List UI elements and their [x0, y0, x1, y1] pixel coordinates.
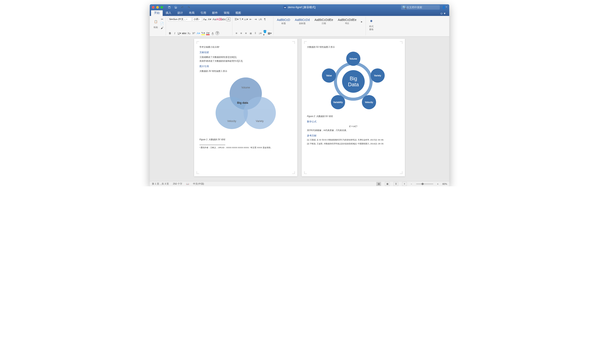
- tab-review[interactable]: 审阅: [221, 10, 232, 16]
- autosave-icon[interactable]: [167, 5, 171, 9]
- shrink-font-icon[interactable]: A▾: [208, 17, 211, 21]
- tab-design[interactable]: 设计: [174, 10, 186, 16]
- document-area[interactable]: 学术文稿最小化示例¹ 文献综述 王国成阐述了大数据的特性变迁过程[1]。 其他学…: [150, 37, 449, 181]
- view-web-layout[interactable]: ▦: [385, 182, 390, 186]
- styles-pane-label: 样式 窗格: [369, 25, 373, 31]
- subscript-icon[interactable]: X₂: [187, 31, 191, 35]
- view-print-layout[interactable]: ▤: [376, 182, 381, 186]
- borders-icon[interactable]: ▦▾: [268, 31, 272, 35]
- venn-variety: Variety: [244, 97, 276, 129]
- multilevel-icon[interactable]: ⚏▾: [244, 17, 248, 21]
- paste-icon[interactable]: 📋: [152, 18, 159, 25]
- tab-mailings[interactable]: 邮件: [209, 10, 221, 16]
- spellcheck-icon[interactable]: 📖: [186, 182, 189, 185]
- sort-icon[interactable]: ↕A: [258, 17, 262, 21]
- cut-icon[interactable]: ✂: [160, 17, 164, 21]
- change-case-icon[interactable]: Aa: [212, 17, 216, 21]
- align-left-icon[interactable]: ≡: [235, 31, 238, 35]
- search-icon: 🔍: [402, 5, 407, 9]
- close-window[interactable]: [152, 6, 154, 9]
- style-subtitle[interactable]: AaBbCcDd副标题: [293, 17, 311, 26]
- view-outline[interactable]: ☰: [394, 182, 398, 186]
- view-draft[interactable]: ≡: [402, 182, 407, 186]
- indent-inc-icon[interactable]: ⇥: [254, 17, 257, 21]
- node-variety: Variety: [370, 69, 385, 83]
- venn-center: Big data: [237, 101, 248, 104]
- copy-icon[interactable]: 📄: [160, 22, 164, 25]
- language-indicator[interactable]: 中文(中国): [193, 182, 204, 185]
- italic-icon[interactable]: I: [173, 31, 177, 35]
- para-5v: 大数据的 5V 特性如图 2 所示: [307, 45, 400, 49]
- redo-icon[interactable]: ↷: [187, 5, 191, 9]
- zoom-in-icon[interactable]: +: [437, 183, 439, 185]
- share-button[interactable]: 👤⁺: [442, 6, 447, 9]
- tab-insert[interactable]: 插入: [163, 10, 174, 16]
- tab-home[interactable]: 开始: [151, 10, 163, 16]
- titlebar: ↶ ↷ W demo-figref [兼容模式] 🔍 👤⁺: [150, 4, 449, 10]
- zoom-out-icon[interactable]: −: [411, 183, 412, 185]
- paste-label: 粘贴: [154, 26, 158, 29]
- page-1[interactable]: 学术文稿最小化示例¹ 文献综述 王国成阐述了大数据的特性变迁过程[1]。 其他学…: [194, 39, 297, 176]
- minimize-window[interactable]: [156, 6, 159, 9]
- font-select[interactable]: SimSun (中文…: [168, 17, 192, 21]
- page-2[interactable]: 大数据的 5V 特性如图 2 所示 Big Data Volume Variet…: [302, 39, 405, 176]
- char-border-icon[interactable]: A: [227, 17, 230, 21]
- heading-formula: 数学公式: [307, 120, 400, 123]
- svg-rect-2: [175, 8, 176, 8]
- bold-icon[interactable]: B: [168, 31, 172, 35]
- bullets-icon[interactable]: ☰▾: [235, 17, 238, 21]
- window-title: W demo-figref [兼容模式]: [284, 5, 316, 9]
- styles-more-icon[interactable]: ▸: [360, 20, 364, 24]
- quick-access-toolbar: ↶ ↷: [167, 5, 191, 9]
- zoom-window[interactable]: [160, 6, 163, 9]
- align-right-icon[interactable]: ≡: [244, 31, 248, 35]
- search-input[interactable]: [407, 6, 439, 9]
- feedback-button[interactable]: ☺ ▾: [438, 11, 447, 16]
- size-select[interactable]: 小四: [193, 17, 202, 21]
- styles-pane-icon[interactable]: ◉: [368, 17, 375, 24]
- numbering-icon[interactable]: ⒈▾: [239, 17, 243, 21]
- formula-desc: 其中E代表能量，m代表质量，C代表光速。: [307, 129, 400, 132]
- save-icon[interactable]: [174, 5, 178, 9]
- text-effects-icon[interactable]: A▾: [196, 31, 200, 35]
- tab-view[interactable]: 视图: [232, 10, 244, 16]
- show-marks-icon[interactable]: ¶: [263, 17, 267, 21]
- font-color-icon[interactable]: A▾: [206, 31, 210, 35]
- align-center-icon[interactable]: ≡: [239, 31, 243, 35]
- style-heading[interactable]: AaBbCcD标题: [276, 17, 291, 26]
- strike-icon[interactable]: abc: [182, 31, 186, 35]
- superscript-icon[interactable]: X²: [192, 31, 196, 35]
- references: [1] 王国成. 从 3V 到 5V:大数据助推经济行为的深化研究[J]. 天津…: [307, 139, 400, 145]
- style-bib[interactable]: AaBbCcDdEe书目: [336, 17, 358, 26]
- highlight-icon[interactable]: ✎▾: [201, 31, 205, 35]
- justify-icon[interactable]: ≣: [249, 31, 253, 35]
- heading-figref: 图片引用: [199, 65, 292, 68]
- underline-icon[interactable]: U▾: [177, 31, 181, 35]
- char-shade-icon[interactable]: A̲: [211, 31, 214, 35]
- grow-font-icon[interactable]: A▴: [203, 17, 207, 21]
- format-painter-icon[interactable]: 🖌: [160, 26, 164, 30]
- indent-dec-icon[interactable]: ⇤: [249, 17, 253, 21]
- paragraph-group: ☰▾ ⒈▾ ⚏▾ ⇤ ⇥ ↕A ¶ ≡ ≡ ≡ ≣ ⫴ ↕≡ 🪣▾ ▦▾: [233, 17, 273, 35]
- clear-format-icon[interactable]: A⌫: [217, 17, 221, 21]
- search-box[interactable]: 🔍: [401, 5, 440, 10]
- page-indicator[interactable]: 第 1 页，共 3 页: [152, 182, 169, 185]
- footnote-text: ¹ 通讯作者：王树义，ORCID：XXXX-XXXX-XXXX-XXXX. *本…: [199, 146, 292, 149]
- style-date[interactable]: AaBbCcDdEe日期: [313, 17, 334, 26]
- clipboard-group: 📋 粘贴 ✂ 📄 🖌: [151, 17, 166, 35]
- zoom-level[interactable]: 80%: [442, 183, 447, 185]
- formula: E = mC²: [307, 125, 400, 129]
- phonetic-icon[interactable]: abc: [222, 17, 226, 21]
- tab-references[interactable]: 引用: [197, 10, 209, 16]
- font-group: SimSun (中文… 小四 A▴ A▾ Aa A⌫ abc A B I U▾ …: [166, 17, 232, 35]
- heading-litreview: 文献综述: [199, 51, 292, 54]
- word-count[interactable]: 250 个字: [173, 182, 182, 185]
- shading-icon[interactable]: 🪣▾: [263, 31, 267, 35]
- tab-layout[interactable]: 布局: [186, 10, 197, 16]
- ref-1: [1] 王国成. 从 3V 到 5V:大数据助推经济行为的深化研究[J]. 天津…: [307, 139, 400, 142]
- zoom-slider[interactable]: [416, 183, 433, 184]
- undo-icon[interactable]: ↶: [180, 5, 184, 9]
- line-spacing-icon[interactable]: ↕≡: [258, 31, 262, 35]
- distribute-icon[interactable]: ⫴: [254, 31, 257, 35]
- enclosed-char-icon[interactable]: 字: [215, 31, 219, 35]
